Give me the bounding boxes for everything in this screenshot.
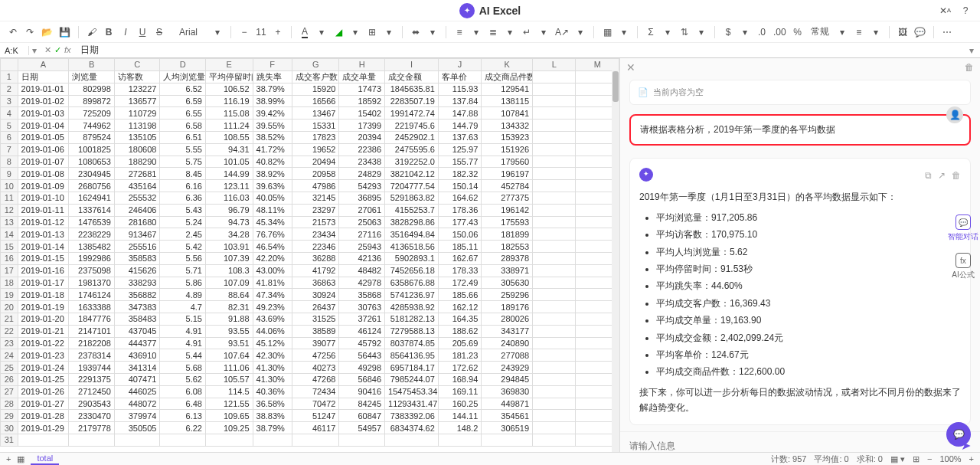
data-cell[interactable]: 196142 [482,204,533,216]
chevron-down-icon[interactable]: ▾ [835,25,849,40]
data-cell[interactable]: 47.34% [253,289,292,301]
data-cell[interactable] [533,301,576,313]
data-cell[interactable]: 205.69 [438,337,481,349]
col-header-B[interactable]: B [69,59,115,71]
row-header[interactable]: 17 [1,264,18,277]
data-cell[interactable]: 116.19 [205,95,253,107]
data-cell[interactable]: 2712450 [69,385,115,398]
data-cell[interactable]: 151926 [482,143,533,156]
data-cell[interactable]: 3828298.86 [385,216,439,228]
more-icon[interactable]: ⋯ [940,25,954,40]
data-cell[interactable]: 41.81% [253,277,292,289]
data-cell[interactable]: 2019-01-01 [18,83,69,95]
data-cell[interactable]: 5.62 [160,373,206,385]
data-cell[interactable]: 109.25 [205,422,253,434]
data-cell[interactable]: 54293 [339,180,385,192]
row-header[interactable]: 11 [1,192,18,204]
data-cell[interactable]: 2019-01-09 [18,180,69,192]
data-cell[interactable]: 2238229 [69,228,115,241]
data-cell[interactable]: 4285938.92 [385,301,439,313]
data-cell[interactable]: 2019-01-24 [18,362,69,374]
data-cell[interactable] [533,143,576,156]
data-cell[interactable]: 144.79 [438,120,481,132]
data-cell[interactable]: 41.72% [253,143,292,156]
data-cell[interactable]: 38.52% [253,131,292,143]
data-cell[interactable] [533,337,576,349]
text-rotate-icon[interactable]: A↗ [554,25,570,40]
italic-icon[interactable]: I [119,25,132,40]
data-cell[interactable]: 110729 [114,107,160,120]
col-header-G[interactable]: G [292,59,339,71]
data-cell[interactable]: 108.55 [205,131,253,143]
copy-icon[interactable]: ⧉ [925,168,932,183]
data-cell[interactable]: 415626 [114,264,160,277]
data-cell[interactable]: 164.35 [438,313,481,325]
col-header-D[interactable]: D [160,59,206,71]
data-cell[interactable]: 188290 [114,156,160,168]
data-cell[interactable]: 107.09 [205,277,253,289]
data-cell[interactable]: 25063 [339,216,385,228]
data-cell[interactable] [292,434,339,446]
data-cell[interactable]: 19652 [292,143,339,156]
data-cell[interactable]: 56846 [339,373,385,385]
data-cell[interactable]: 350505 [114,422,160,434]
data-cell[interactable]: 379974 [114,410,160,422]
data-cell[interactable]: 2147101 [69,325,115,337]
sum-icon[interactable]: Σ [644,25,658,40]
data-cell[interactable]: 2182208 [69,337,115,349]
zoom-level[interactable]: 100% [939,454,961,463]
row-header[interactable]: 26 [1,373,18,385]
data-cell[interactable]: 144.11 [438,410,481,422]
data-cell[interactable]: 181899 [482,228,533,241]
data-cell[interactable] [160,434,206,446]
data-cell[interactable]: 1624941 [69,192,115,204]
data-cell[interactable]: 6.59 [160,95,206,107]
chevron-down-icon[interactable]: ▾ [382,25,396,40]
row-header[interactable]: 6 [1,131,18,143]
data-cell[interactable] [533,95,576,107]
row-header[interactable]: 22 [1,325,18,337]
data-cell[interactable] [533,434,576,446]
row-header[interactable]: 24 [1,349,18,362]
data-cell[interactable]: 135105 [114,131,160,143]
data-cell[interactable]: 20494 [292,156,339,168]
data-cell[interactable] [533,385,576,398]
data-cell[interactable]: 36895 [339,192,385,204]
col-header-L[interactable]: L [533,59,576,71]
data-cell[interactable]: 41.30% [253,362,292,374]
data-cell[interactable] [533,156,576,168]
data-cell[interactable]: 5.86 [160,277,206,289]
data-cell[interactable]: 164.62 [438,192,481,204]
data-cell[interactable]: 2019-01-02 [18,95,69,107]
side-tab-formula[interactable]: fx AI公式 [952,253,974,280]
data-cell[interactable]: 125.97 [438,143,481,156]
data-cell[interactable]: 36863 [292,277,339,289]
data-cell[interactable]: 94.31 [205,143,253,156]
data-cell[interactable] [18,434,69,446]
row-header[interactable]: 5 [1,120,18,132]
data-cell[interactable]: 5.24 [160,216,206,228]
data-cell[interactable]: 2179778 [69,422,115,434]
data-cell[interactable]: 6957184.17 [385,362,439,374]
data-cell[interactable]: 2291375 [69,373,115,385]
data-cell[interactable]: 182553 [482,241,533,253]
data-cell[interactable]: 107.39 [205,252,253,264]
data-cell[interactable] [533,422,576,434]
data-cell[interactable]: 45.34% [253,216,292,228]
col-header-F[interactable]: F [253,59,292,71]
currency-icon[interactable]: $ [721,25,735,40]
data-cell[interactable]: 7279588.13 [385,325,439,337]
data-cell[interactable]: 84245 [339,398,385,410]
data-cell[interactable]: 46117 [292,422,339,434]
data-cell[interactable]: 277088 [482,349,533,362]
row-header[interactable]: 12 [1,204,18,216]
translate-icon[interactable]: ✕A [938,3,952,18]
header-cell[interactable]: 人均浏览量 [160,70,206,83]
data-cell[interactable]: 155.77 [438,156,481,168]
data-cell[interactable]: 88.64 [205,289,253,301]
merge-cells-icon[interactable]: ⬌ [409,25,423,40]
help-icon[interactable]: ? [959,3,972,18]
align-vertical-icon[interactable]: ≣ [486,25,500,40]
col-header-K[interactable]: K [482,59,533,71]
col-header-E[interactable]: E [205,59,253,71]
